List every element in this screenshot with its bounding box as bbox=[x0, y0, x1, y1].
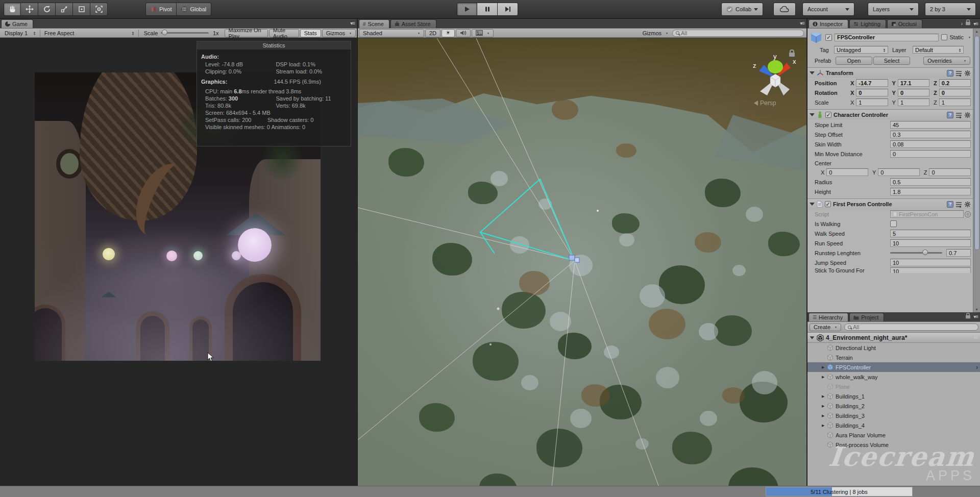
panel-menu-icon[interactable]: ▾≡ bbox=[973, 314, 978, 319]
tab-project[interactable]: Project bbox=[849, 313, 884, 321]
global-toggle-button[interactable]: Global bbox=[177, 3, 211, 16]
tab-asset-store[interactable]: Asset Store bbox=[390, 19, 436, 28]
mute-audio-button[interactable]: Mute Audio bbox=[269, 29, 299, 37]
foldout-icon[interactable] bbox=[810, 203, 815, 206]
hierarchy-item[interactable]: ▶ Directional Light › bbox=[807, 343, 980, 353]
is-walking-checkbox[interactable] bbox=[890, 220, 897, 227]
rect-tool-button[interactable] bbox=[73, 3, 90, 16]
walk-speed-field[interactable]: 5 bbox=[890, 230, 971, 237]
hierarchy-item[interactable]: ▶ Buildings_4 › bbox=[807, 420, 980, 430]
static-checkbox[interactable] bbox=[941, 34, 947, 40]
stick-to-ground-field[interactable]: 10 bbox=[890, 267, 971, 273]
prefab-overrides-dropdown[interactable]: Overrides ▼ bbox=[923, 57, 970, 65]
hierarchy-item[interactable]: ▶ Terrain › bbox=[807, 353, 980, 362]
prefab-open-button[interactable]: Open bbox=[836, 57, 872, 65]
lock-icon[interactable] bbox=[789, 53, 795, 57]
foldout-icon[interactable] bbox=[810, 71, 815, 74]
step-button[interactable] bbox=[498, 3, 518, 16]
scene-search-input[interactable]: All bbox=[672, 30, 804, 37]
pivot-toggle-button[interactable]: Pivot bbox=[145, 3, 177, 16]
scene-effects-dropdown[interactable]: ▼ bbox=[472, 29, 494, 37]
hierarchy-item[interactable]: ▶ whole_walk_way › bbox=[807, 372, 980, 382]
display-dropdown[interactable]: Display 1 ▲▼ bbox=[1, 29, 39, 37]
move-tool-button[interactable] bbox=[21, 3, 38, 16]
scale-y-field[interactable]: 1 bbox=[898, 98, 929, 106]
hierarchy-search-input[interactable]: All bbox=[844, 324, 978, 331]
presets-icon[interactable] bbox=[955, 112, 962, 118]
presets-icon[interactable] bbox=[955, 201, 962, 208]
active-checkbox[interactable]: ✓ bbox=[825, 34, 832, 41]
scale-tool-button[interactable] bbox=[56, 3, 73, 16]
gameobject-name-field[interactable]: FPSController bbox=[835, 34, 939, 41]
tag-dropdown[interactable]: Untagged ▲▼ bbox=[834, 46, 888, 54]
tab-game[interactable]: Game bbox=[1, 19, 33, 28]
layer-dropdown[interactable]: Default ▲▼ bbox=[913, 46, 964, 54]
lock-icon[interactable] bbox=[966, 22, 970, 25]
shading-mode-dropdown[interactable]: Shaded ▼ bbox=[359, 29, 424, 37]
jump-speed-field[interactable]: 10 bbox=[890, 259, 971, 266]
tab-overflow-chevron-icon[interactable]: › bbox=[961, 20, 963, 27]
persp-indicator[interactable]: Persp bbox=[754, 100, 776, 107]
panel-menu-icon[interactable]: ▾≡ bbox=[350, 20, 355, 26]
expand-arrow-icon[interactable]: ▶ bbox=[822, 404, 827, 408]
slope-limit-field[interactable]: 45 bbox=[890, 121, 971, 129]
tab-inspector[interactable]: Inspector bbox=[808, 19, 848, 28]
scroll-down-icon[interactable]: ▼ bbox=[975, 308, 978, 311]
tab-hierarchy[interactable]: ☰ Hierarchy bbox=[808, 313, 848, 321]
help-icon[interactable]: ? bbox=[947, 70, 953, 77]
aspect-dropdown[interactable]: Free Aspect ▲▼ bbox=[41, 29, 138, 37]
scale-x-field[interactable]: 1 bbox=[856, 98, 888, 106]
component-enabled-checkbox[interactable]: ✓ bbox=[825, 112, 831, 118]
radius-field[interactable]: 0.5 bbox=[890, 178, 971, 186]
prefab-chevron-icon[interactable]: › bbox=[976, 364, 978, 371]
layout-dropdown[interactable]: 2 by 3 bbox=[925, 3, 976, 16]
runstep-field[interactable]: 0.7 bbox=[946, 249, 971, 257]
hierarchy-item[interactable]: ▶ Post-process Volume › bbox=[807, 440, 980, 450]
center-x-field[interactable]: 0 bbox=[826, 168, 868, 176]
expand-arrow-icon[interactable]: ▶ bbox=[822, 394, 827, 399]
center-y-field[interactable]: 0 bbox=[878, 168, 920, 176]
expand-arrow-icon[interactable]: ▶ bbox=[822, 414, 827, 418]
hierarchy-item[interactable]: ▶ Buildings_1 › bbox=[807, 391, 980, 401]
scene-viewport[interactable]: y x z Persp bbox=[358, 38, 806, 486]
scene-lighting-toggle[interactable]: ☀ bbox=[442, 29, 455, 37]
cloud-button[interactable] bbox=[773, 3, 796, 16]
object-picker-icon[interactable]: ◎ bbox=[965, 211, 971, 217]
layers-dropdown[interactable]: Layers bbox=[868, 3, 919, 16]
stats-button[interactable]: Stats bbox=[300, 29, 321, 37]
account-dropdown[interactable]: Account bbox=[802, 3, 854, 16]
prefab-select-button[interactable]: Select bbox=[873, 57, 910, 65]
transform-header[interactable]: Transform ? bbox=[807, 67, 973, 78]
gizmos-button-scene[interactable]: Gizmos ▼ bbox=[639, 29, 672, 37]
scale-slider[interactable] bbox=[161, 32, 209, 34]
rotation-z-field[interactable]: 0 bbox=[939, 89, 971, 96]
scale-slider-thumb[interactable] bbox=[162, 30, 167, 35]
expand-arrow-icon[interactable]: ▶ bbox=[822, 424, 827, 428]
2d-toggle-button[interactable]: 2D bbox=[425, 29, 440, 37]
position-x-field[interactable]: -14.7 bbox=[856, 79, 888, 87]
panel-menu-icon[interactable]: ▾≡ bbox=[973, 21, 978, 27]
hand-tool-button[interactable] bbox=[4, 3, 21, 16]
run-speed-field[interactable]: 10 bbox=[890, 239, 971, 247]
expand-arrow-icon[interactable]: ▶ bbox=[822, 365, 827, 369]
position-y-field[interactable]: 17.1 bbox=[898, 79, 929, 87]
first-person-controller-header[interactable]: ✓ First Person Controlle ? bbox=[807, 198, 973, 209]
chevron-down-icon[interactable]: ▼ bbox=[968, 36, 971, 38]
create-dropdown[interactable]: Create ▼ bbox=[810, 324, 841, 331]
min-move-distance-field[interactable]: 0 bbox=[890, 150, 971, 158]
rotation-y-field[interactable]: 0 bbox=[898, 89, 929, 96]
scrollbar-thumb[interactable] bbox=[974, 36, 979, 250]
gizmos-button-game[interactable]: Gizmos ▼ bbox=[322, 29, 356, 37]
help-icon[interactable]: ? bbox=[947, 201, 953, 208]
game-viewport[interactable]: Statistics Audio: Level: -74.8 dB DSP lo… bbox=[0, 38, 357, 486]
maximize-on-play-button[interactable]: Maximize On Play bbox=[225, 29, 268, 37]
skin-width-field[interactable]: 0.08 bbox=[890, 140, 971, 148]
gear-icon[interactable] bbox=[964, 201, 971, 208]
rotation-x-field[interactable]: 0 bbox=[856, 89, 888, 96]
tab-occlusion[interactable]: Occlusi bbox=[887, 19, 922, 28]
gear-icon[interactable] bbox=[964, 70, 971, 77]
scene-audio-toggle[interactable] bbox=[456, 29, 471, 37]
expand-arrow-icon[interactable]: ▶ bbox=[822, 375, 827, 379]
help-icon[interactable]: ? bbox=[947, 112, 953, 118]
pause-button[interactable] bbox=[477, 3, 498, 16]
